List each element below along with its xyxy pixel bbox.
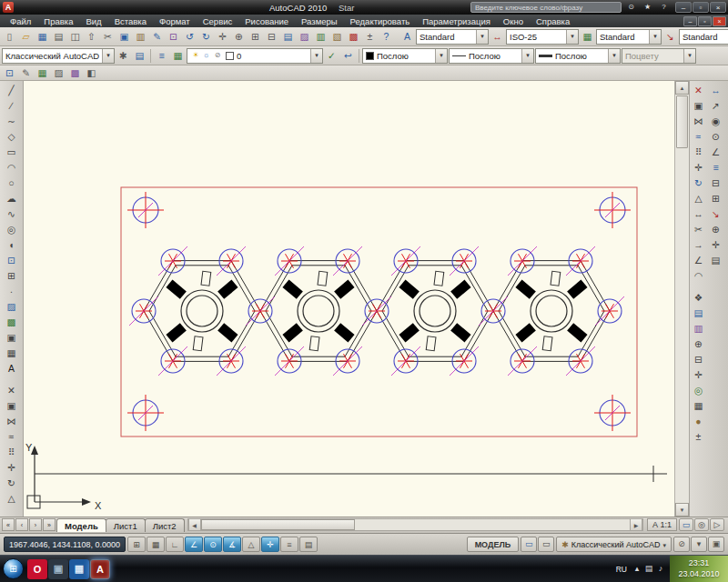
plot-preview-icon[interactable]: ◫ <box>67 29 83 45</box>
hatch-icon[interactable]: ▨ <box>51 65 66 81</box>
table-icon[interactable]: ▦ <box>35 65 50 81</box>
menu-item-3[interactable]: Вставка <box>108 16 153 26</box>
mleader-style-combo[interactable]: Standard <box>679 29 728 45</box>
action-center-icon[interactable]: ▤ <box>643 563 654 576</box>
quick-view-layouts-icon[interactable]: ▭ <box>521 537 537 552</box>
layer-previous-icon[interactable]: ↩ <box>340 48 356 64</box>
chamfer-icon[interactable]: ∠ <box>691 253 706 268</box>
text-style-combo-arrow[interactable] <box>476 30 488 44</box>
first-tab-icon[interactable]: « <box>2 518 15 531</box>
draworder-front-icon[interactable]: ▤ <box>691 306 706 321</box>
workspace-settings-icon[interactable]: ✱ <box>116 48 131 64</box>
app-dark-taskbar-button[interactable]: ▣ <box>48 559 68 579</box>
spline-icon[interactable]: ∿ <box>4 206 19 222</box>
close-doc-icon[interactable]: × <box>713 16 726 26</box>
field-icon[interactable]: ✎ <box>18 65 34 81</box>
menu-item-2[interactable]: Вид <box>79 16 107 26</box>
measure-icon[interactable]: ± <box>691 429 706 445</box>
new-icon[interactable]: ▯ <box>2 29 17 45</box>
start-button[interactable]: ⊞ <box>3 558 24 579</box>
extend-icon[interactable]: → <box>691 237 706 253</box>
construction-line-icon[interactable]: ∕ <box>4 98 19 114</box>
color-combo-arrow[interactable] <box>435 49 447 63</box>
rectangle-icon[interactable]: ▭ <box>4 145 19 160</box>
quick-view-drawings-icon[interactable]: ▭ <box>538 537 554 552</box>
trim-icon[interactable]: ✂ <box>691 222 706 237</box>
last-tab-icon[interactable]: » <box>43 518 56 531</box>
insert-block-icon[interactable]: ⊡ <box>2 65 17 81</box>
mirror-icon[interactable]: ⋈ <box>691 114 706 129</box>
stretch-icon[interactable]: ↔ <box>691 206 706 222</box>
layer-freeze-icon[interactable]: ☼ <box>201 49 212 62</box>
copy-icon[interactable]: ▣ <box>116 29 132 45</box>
revision-cloud-icon[interactable]: ☁ <box>4 191 19 206</box>
scroll-up-button[interactable]: ▲ <box>675 81 689 95</box>
designcenter-icon[interactable]: ▨ <box>297 29 312 45</box>
match-properties-icon[interactable]: ✎ <box>149 29 165 45</box>
menu-item-11[interactable]: Справка <box>530 16 576 26</box>
zoom-out-icon[interactable]: ⊟ <box>691 352 706 367</box>
minimize-doc-icon[interactable]: – <box>683 16 697 26</box>
draworder-back-icon[interactable]: ▥ <box>691 321 706 336</box>
ellipse-arc-icon[interactable]: ◖ <box>4 237 19 253</box>
orbit-icon[interactable]: ◎ <box>691 383 706 398</box>
arc-icon[interactable]: ◠ <box>4 160 19 176</box>
clean-screen-icon[interactable]: ▣ <box>708 537 724 552</box>
table-icon[interactable]: ▦ <box>4 346 19 361</box>
hatch-icon[interactable]: ▨ <box>4 299 19 315</box>
workspace-switcher[interactable]: ✱ Классический AutoCAD <box>556 537 672 552</box>
toolbar-lock-icon[interactable]: ⊘ <box>673 537 690 552</box>
model-space-button[interactable]: МОДЕЛЬ <box>467 537 520 552</box>
layer-combo[interactable]: ☀☼⊘ 0 <box>187 48 323 64</box>
dim-angular-icon[interactable]: ∠ <box>708 145 723 160</box>
annotation-scale-button[interactable]: А 1:1 <box>647 518 677 531</box>
workspace-combo-arrow[interactable] <box>102 49 114 63</box>
pan-icon[interactable]: ✛ <box>691 367 706 383</box>
osnap-toggle[interactable]: ⊙ <box>204 537 222 552</box>
scale-icon[interactable]: △ <box>691 191 706 206</box>
workspace-combo[interactable]: Классический AutoCAD <box>2 48 115 64</box>
offset-icon[interactable]: ≈ <box>4 429 19 445</box>
scale-icon[interactable]: △ <box>4 491 19 507</box>
ellipse-icon[interactable]: ◎ <box>4 222 19 237</box>
lineweight-combo[interactable]: Послою <box>535 48 621 64</box>
offset-icon[interactable]: ≈ <box>691 129 706 145</box>
explode-icon[interactable]: ❖ <box>691 290 706 306</box>
dim-baseline-icon[interactable]: ⊟ <box>708 176 723 191</box>
favorites-icon[interactable]: ★ <box>640 2 655 13</box>
menu-item-6[interactable]: Рисование <box>238 16 295 26</box>
infocenter-help-icon[interactable]: ? <box>656 2 672 13</box>
polygon-icon[interactable]: ◇ <box>4 129 19 145</box>
search-icon[interactable]: ⊙ <box>623 2 639 13</box>
scroll-right-button[interactable]: ▶ <box>630 519 642 530</box>
qp-toggle[interactable]: ▤ <box>299 537 318 552</box>
tab-layout2[interactable]: Лист2 <box>145 518 185 532</box>
layer-on-icon[interactable]: ☀ <box>190 49 201 62</box>
tolerance-icon[interactable]: ⊕ <box>708 222 723 237</box>
move-icon[interactable]: ✛ <box>4 460 19 476</box>
insert-block-icon[interactable]: ⊡ <box>4 253 19 268</box>
block-editor-icon[interactable]: ⊡ <box>166 29 181 45</box>
dim-linear-icon[interactable]: ↔ <box>708 83 723 98</box>
otrack-toggle[interactable]: ∡ <box>223 537 241 552</box>
table-style-icon[interactable]: ▦ <box>580 29 595 45</box>
properties-icon[interactable]: ▤ <box>280 29 296 45</box>
multileader-icon[interactable]: ↘ <box>708 206 723 222</box>
dim-style-edit-icon[interactable]: ▤ <box>708 253 723 268</box>
sheet-set-manager-icon[interactable]: ▧ <box>329 29 345 45</box>
zoom-previous-icon[interactable]: ⊟ <box>264 29 279 45</box>
menu-item-8[interactable]: Редактировать <box>344 16 417 26</box>
menu-item-1[interactable]: Правка <box>37 16 79 26</box>
publish-icon[interactable]: ⇧ <box>84 29 99 45</box>
scroll-down-button[interactable]: ▼ <box>675 503 689 517</box>
quick-dim-icon[interactable]: ≡ <box>708 160 723 176</box>
coordinates-readout[interactable]: 1967.4046, 1434.1108, 0.0000 <box>4 537 126 552</box>
undo-icon[interactable]: ↺ <box>182 29 197 45</box>
dim-aligned-icon[interactable]: ↗ <box>708 98 723 114</box>
opera-taskbar-button[interactable]: O <box>27 559 47 579</box>
zoom-in-icon[interactable]: ⊕ <box>691 336 706 352</box>
named-views-icon[interactable]: ▦ <box>691 398 706 414</box>
grid-toggle[interactable]: ▦ <box>147 537 165 552</box>
center-mark-icon[interactable]: ✛ <box>708 237 723 253</box>
mirror-icon[interactable]: ⋈ <box>4 414 19 429</box>
